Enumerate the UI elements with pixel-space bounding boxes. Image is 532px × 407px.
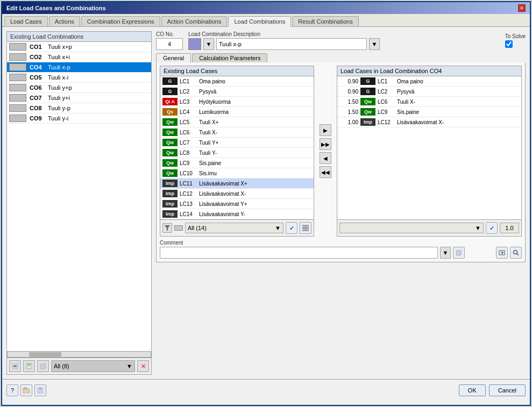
combo-item[interactable]: 0.90 G LC1 Oma paino — [337, 76, 521, 87]
combo-item[interactable]: 0.90 G LC2 Pysyvä — [337, 87, 521, 97]
combo-item[interactable]: 1.00 Imp LC12 Lisävaakavoimat X- — [337, 117, 521, 127]
open-button[interactable] — [20, 384, 32, 396]
copy-button[interactable] — [37, 360, 49, 372]
list-item[interactable]: CO6 Tuuli y+p — [7, 83, 151, 93]
filter-dropdown[interactable]: All (8) ▼ — [51, 360, 135, 372]
filter-icon[interactable] — [162, 223, 172, 233]
case-item[interactable]: G LC2 Pysyvä — [160, 87, 314, 97]
filter-dropdown[interactable]: All (14) ▼ — [185, 223, 283, 233]
close-button[interactable]: ✕ — [518, 4, 526, 12]
save-button[interactable] — [23, 360, 35, 372]
badge-imp: Imp — [162, 190, 178, 197]
comment-copy-button[interactable] — [453, 247, 465, 259]
import-button[interactable] — [496, 247, 508, 259]
factor-input[interactable]: 1.0 — [500, 223, 519, 233]
grid-button[interactable] — [300, 222, 311, 234]
search-button[interactable] — [510, 247, 522, 259]
list-item[interactable]: CO8 Tuuli y-p — [7, 103, 151, 113]
sub-tab-general[interactable]: General — [156, 53, 191, 63]
badge-g: G — [360, 77, 375, 85]
lc-name: Lisävaakavoimat Y- — [199, 211, 245, 217]
window-title: Edit Load Cases and Combinations — [6, 5, 106, 11]
tab-actions[interactable]: Actions — [49, 16, 80, 26]
sub-tab-calc-params[interactable]: Calculation Parameters — [192, 53, 267, 62]
tab-action-combinations[interactable]: Action Combinations — [161, 16, 228, 26]
case-item[interactable]: Qw LC6 Tuuli X- — [160, 127, 314, 138]
cancel-button[interactable]: Cancel — [489, 384, 526, 396]
lc-id: LC2 — [180, 89, 197, 95]
description-input[interactable] — [216, 38, 367, 50]
case-item-selected[interactable]: Imp LC11 Lisävaakavoimat X+ — [160, 178, 314, 189]
svg-marker-6 — [165, 225, 170, 231]
bottom-bar: ? OK Cancel — [2, 379, 530, 401]
case-item[interactable]: Qw LC7 Tuuli Y+ — [160, 138, 314, 148]
combo-filter-dropdown[interactable]: ▼ — [339, 223, 484, 233]
move-left-button[interactable]: ◀ — [320, 152, 331, 164]
color-swatch[interactable] — [188, 38, 201, 50]
list-item[interactable]: CO1 Tuuli x+p — [7, 42, 151, 52]
add-button[interactable] — [9, 360, 21, 372]
checkmark-button[interactable]: ✓ — [286, 222, 297, 234]
lc-name: Lisävaakavoimat X- — [397, 119, 444, 125]
to-solve-label: To Solve — [505, 33, 526, 39]
description-dropdown[interactable]: ▼ — [369, 38, 380, 50]
combo-check-button[interactable]: ✓ — [486, 222, 498, 234]
factor: 1.00 — [339, 119, 358, 125]
delete-button[interactable]: ✕ — [137, 360, 149, 372]
to-solve-group: To Solve — [505, 33, 526, 48]
case-item[interactable]: Qw LC5 Tuuli X+ — [160, 117, 314, 127]
svg-line-17 — [517, 254, 519, 256]
comment-input[interactable] — [160, 247, 438, 259]
ok-button[interactable]: OK — [459, 384, 486, 396]
list-item[interactable]: CO5 Tuuli x-i — [7, 73, 151, 83]
list-item-selected[interactable]: CO4 Tuuli x-p — [7, 62, 151, 73]
tab-combination-expressions[interactable]: Combination Expressions — [81, 16, 160, 26]
list-item[interactable]: CO9 Tuuli y-i — [7, 113, 151, 124]
comment-dropdown[interactable]: ▼ — [440, 247, 451, 259]
co-no-input[interactable] — [156, 38, 183, 50]
right-panel: CO No. Load Combination Description ▼ ▼ … — [156, 31, 526, 375]
save-file-button[interactable] — [34, 384, 46, 396]
badge-qw: Qw — [162, 118, 178, 126]
case-item[interactable]: Qw LC8 Tuuli Y- — [160, 148, 314, 158]
co-name: Tuuli y+p — [48, 84, 72, 91]
tab-load-cases[interactable]: Load Cases — [4, 16, 48, 26]
horizontal-scrollbar[interactable] — [7, 351, 151, 358]
move-all-right-button[interactable]: ▶▶ — [320, 138, 331, 150]
filter-color — [174, 225, 183, 231]
factor: 1.50 — [339, 109, 358, 115]
co-badge — [9, 74, 26, 81]
factor: 0.90 — [339, 89, 358, 95]
case-item[interactable]: Qs LC4 Lumikuorma — [160, 107, 314, 117]
lc-name: Hyötykuorma — [199, 99, 231, 105]
case-item[interactable]: Imp LC14 Lisävaakavoimat Y- — [160, 209, 314, 219]
case-item[interactable]: Imp LC12 Lisävaakavoimat X- — [160, 189, 314, 199]
lc-name: Tuuli Y- — [199, 150, 217, 156]
case-item[interactable]: G LC1 Oma paino — [160, 76, 314, 87]
case-item[interactable]: Qw LC10 Sis.imu — [160, 168, 314, 178]
combo-item[interactable]: 1.50 Qw LC6 Tuuli X- — [337, 97, 521, 107]
combo-item[interactable]: 1.50 Qw LC9 Sis.paine — [337, 107, 521, 117]
to-solve-checkbox[interactable] — [505, 40, 513, 48]
cases-bottom-toolbar: All (14) ▼ ✓ — [160, 219, 314, 236]
move-all-left-button[interactable]: ◀◀ — [320, 166, 331, 178]
case-item[interactable]: Qi A LC3 Hyötykuorma — [160, 97, 314, 107]
tab-result-combinations[interactable]: Result Combinations — [292, 16, 359, 26]
color-dropdown[interactable]: ▼ — [203, 38, 214, 50]
svg-rect-20 — [39, 388, 42, 390]
arrow-buttons: ▶ ▶▶ ◀ ◀◀ — [317, 66, 334, 237]
case-item[interactable]: Imp LC13 Lisävaakavoimat Y+ — [160, 199, 314, 209]
list-item[interactable]: CO2 Tuuli x+i — [7, 52, 151, 62]
help-button[interactable]: ? — [6, 384, 18, 396]
main-panels: Existing Load Cases G LC1 Oma paino G LC… — [160, 66, 522, 237]
svg-rect-9 — [303, 229, 305, 231]
lc-name: Lisävaakavoimat X+ — [199, 181, 247, 187]
list-item[interactable]: CO7 Tuuli y+i — [7, 93, 151, 103]
co-name: Tuuli x-p — [48, 64, 70, 70]
move-right-button[interactable]: ▶ — [320, 124, 331, 136]
co-id: CO2 — [30, 54, 45, 60]
tab-load-combinations[interactable]: Load Combinations — [228, 16, 291, 27]
case-item[interactable]: Qw LC9 Sis.paine — [160, 158, 314, 168]
co-name: Tuuli x-i — [48, 74, 68, 81]
description-group: Load Combination Description ▼ ▼ — [188, 31, 500, 50]
